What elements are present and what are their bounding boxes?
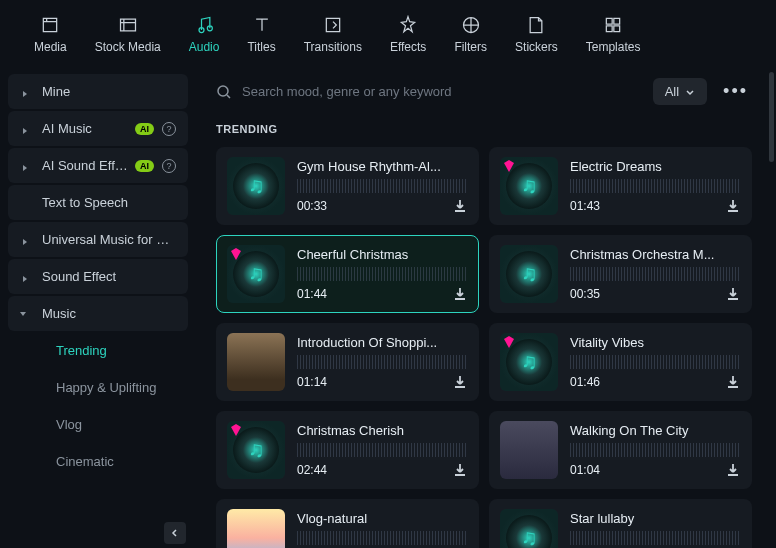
- track-card[interactable]: Walking On The City01:04: [489, 411, 752, 489]
- track-card[interactable]: Christmas Orchestra M...00:35: [489, 235, 752, 313]
- tab-audio[interactable]: Audio: [175, 10, 234, 58]
- sidebar-item-ai-music[interactable]: AI MusicAI?: [8, 111, 188, 146]
- track-title: Electric Dreams: [570, 159, 741, 174]
- chevron-right-icon: [20, 87, 30, 97]
- waveform: [570, 355, 741, 369]
- sidebar-label: Cinematic: [56, 454, 176, 469]
- track-duration: 01:44: [297, 287, 327, 301]
- track-duration: 00:33: [297, 199, 327, 213]
- waveform: [297, 267, 468, 281]
- section-title: TRENDING: [216, 123, 752, 135]
- sidebar-label: Trending: [56, 343, 176, 358]
- titles-icon: [251, 14, 273, 36]
- track-thumbnail: [227, 157, 285, 215]
- tab-media[interactable]: Media: [20, 10, 81, 58]
- track-title: Vitality Vibes: [570, 335, 741, 350]
- track-card[interactable]: Vitality Vibes01:46: [489, 323, 752, 401]
- tab-transitions[interactable]: Transitions: [290, 10, 376, 58]
- track-card[interactable]: Gym House Rhythm-Al...00:33: [216, 147, 479, 225]
- collapse-sidebar-button[interactable]: [164, 522, 186, 544]
- track-card[interactable]: Introduction Of Shoppi...01:14: [216, 323, 479, 401]
- search-input[interactable]: [242, 84, 641, 99]
- sidebar-item-music[interactable]: Music: [8, 296, 188, 331]
- tab-stickers[interactable]: Stickers: [501, 10, 572, 58]
- download-icon[interactable]: [452, 198, 468, 214]
- tab-stock-media[interactable]: Stock Media: [81, 10, 175, 58]
- sidebar-list: MineAI MusicAI?AI Sound EffectAI?Text to…: [8, 74, 196, 479]
- more-button[interactable]: •••: [719, 81, 752, 102]
- sidebar-sub-vlog[interactable]: Vlog: [8, 407, 188, 442]
- track-card[interactable]: Cheerful Christmas01:44: [216, 235, 479, 313]
- chevron-right-icon: [20, 235, 30, 245]
- download-icon[interactable]: [725, 286, 741, 302]
- content-area: All ••• TRENDING Gym House Rhythm-Al...0…: [196, 66, 776, 548]
- sidebar-label: Vlog: [56, 417, 176, 432]
- track-thumbnail: [227, 245, 285, 303]
- download-icon[interactable]: [725, 374, 741, 390]
- audio-icon: [193, 14, 215, 36]
- track-title: Star lullaby: [570, 511, 741, 526]
- tab-templates[interactable]: Templates: [572, 10, 655, 58]
- effects-icon: [397, 14, 419, 36]
- help-icon[interactable]: ?: [162, 122, 176, 136]
- sidebar-item-text-to-speech[interactable]: Text to Speech: [8, 185, 188, 220]
- track-card[interactable]: Vlog-natural: [216, 499, 479, 548]
- chevron-right-icon: [20, 272, 30, 282]
- track-duration: 01:04: [570, 463, 600, 477]
- tab-effects[interactable]: Effects: [376, 10, 440, 58]
- sidebar-item-ai-sound-effect[interactable]: AI Sound EffectAI?: [8, 148, 188, 183]
- tab-label: Effects: [390, 40, 426, 54]
- track-thumbnail: [227, 421, 285, 479]
- sidebar: MineAI MusicAI?AI Sound EffectAI?Text to…: [0, 66, 196, 548]
- tab-filters[interactable]: Filters: [440, 10, 501, 58]
- premium-gem-icon: [229, 423, 243, 437]
- search-box: [216, 84, 641, 100]
- waveform: [570, 267, 741, 281]
- track-card[interactable]: Electric Dreams01:43: [489, 147, 752, 225]
- sidebar-sub-happy-uplifting[interactable]: Happy & Uplifting: [8, 370, 188, 405]
- track-title: Christmas Cherish: [297, 423, 468, 438]
- filter-label: All: [665, 84, 679, 99]
- tab-titles[interactable]: Titles: [233, 10, 289, 58]
- help-icon[interactable]: ?: [162, 159, 176, 173]
- track-duration: 00:35: [570, 287, 600, 301]
- chevron-right-icon: [20, 309, 30, 319]
- download-icon[interactable]: [725, 462, 741, 478]
- sidebar-sub-trending[interactable]: Trending: [8, 333, 188, 368]
- sidebar-label: Text to Speech: [42, 195, 176, 210]
- track-title: Cheerful Christmas: [297, 247, 468, 262]
- filter-dropdown[interactable]: All: [653, 78, 707, 105]
- download-icon[interactable]: [452, 286, 468, 302]
- track-title: Vlog-natural: [297, 511, 468, 526]
- premium-gem-icon: [502, 159, 516, 173]
- sidebar-item-universal-music-for-cre-[interactable]: Universal Music for Cre...: [8, 222, 188, 257]
- waveform: [570, 443, 741, 457]
- download-icon[interactable]: [725, 198, 741, 214]
- ai-badge: AI: [135, 160, 154, 172]
- download-icon[interactable]: [452, 462, 468, 478]
- track-title: Walking On The City: [570, 423, 741, 438]
- transitions-icon: [322, 14, 344, 36]
- search-icon: [216, 84, 232, 100]
- tab-label: Media: [34, 40, 67, 54]
- tab-label: Filters: [454, 40, 487, 54]
- sidebar-item-sound-effect[interactable]: Sound Effect: [8, 259, 188, 294]
- sidebar-item-mine[interactable]: Mine: [8, 74, 188, 109]
- track-thumbnail: [500, 245, 558, 303]
- sidebar-label: Sound Effect: [42, 269, 176, 284]
- download-icon[interactable]: [452, 374, 468, 390]
- templates-icon: [602, 14, 624, 36]
- stock-media-icon: [117, 14, 139, 36]
- tab-label: Titles: [247, 40, 275, 54]
- waveform: [297, 443, 468, 457]
- tab-label: Templates: [586, 40, 641, 54]
- chevron-right-icon: [20, 124, 30, 134]
- track-thumbnail: [227, 333, 285, 391]
- sidebar-sub-cinematic[interactable]: Cinematic: [8, 444, 188, 479]
- track-thumbnail: [227, 509, 285, 548]
- waveform: [297, 179, 468, 193]
- track-card[interactable]: Star lullaby: [489, 499, 752, 548]
- svg-point-0: [218, 86, 228, 96]
- scrollbar[interactable]: [769, 72, 774, 162]
- track-card[interactable]: Christmas Cherish02:44: [216, 411, 479, 489]
